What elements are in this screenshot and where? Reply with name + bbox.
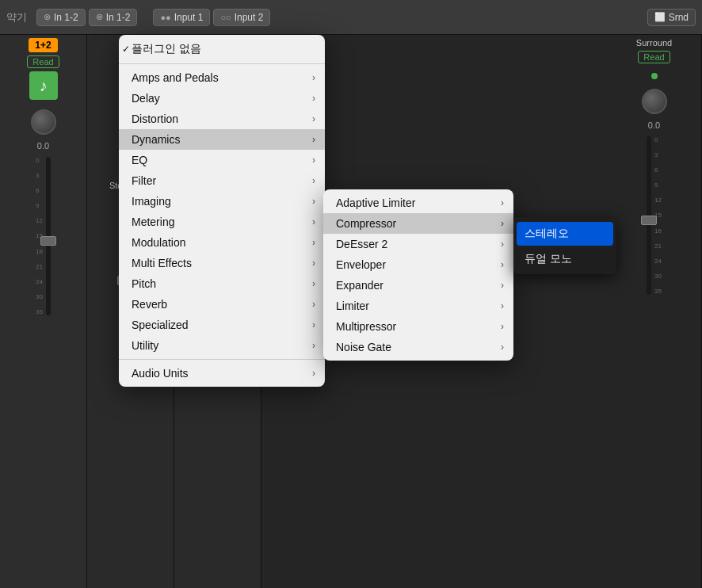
stereo-label: 스테레오 bbox=[525, 227, 569, 239]
surround-knob[interactable] bbox=[642, 89, 667, 114]
fader-area: 036912 151821243035 bbox=[36, 157, 51, 315]
menu-item-delay[interactable]: Delay › bbox=[119, 88, 325, 109]
surround-mode[interactable]: Read bbox=[638, 51, 670, 63]
channel-main: 1+2 Read ♪ 0.0 036912 151821243035 bbox=[0, 35, 87, 588]
expander-arrow: › bbox=[501, 280, 504, 291]
channel-value: 0.0 bbox=[37, 141, 49, 151]
menu-item-distortion[interactable]: Distortion › bbox=[119, 109, 325, 129]
menu-item-filter[interactable]: Filter › bbox=[119, 170, 325, 191]
audio-units-label: Audio Units bbox=[132, 367, 189, 380]
input1-label: Input 1 bbox=[174, 12, 204, 23]
adaptive-limiter-arrow: › bbox=[501, 197, 504, 208]
limiter-arrow: › bbox=[501, 300, 504, 311]
pan-knob[interactable] bbox=[31, 109, 56, 135]
multi-effects-arrow: › bbox=[312, 258, 315, 269]
noise-gate-label: Noise Gate bbox=[336, 341, 391, 353]
menu-item-eq[interactable]: EQ › bbox=[119, 150, 325, 170]
menu-item-specialized[interactable]: Specialized › bbox=[119, 315, 325, 335]
surround-fader-thumb[interactable] bbox=[641, 216, 657, 225]
metering-label: Metering bbox=[132, 216, 174, 228]
menu-item-metering[interactable]: Metering › bbox=[119, 212, 325, 232]
menu-item-modulation[interactable]: Modulation › bbox=[119, 232, 325, 253]
surround-value: 0.0 bbox=[648, 120, 660, 130]
multi-effects-label: Multi Effects bbox=[132, 257, 192, 269]
limiter-label: Limiter bbox=[336, 300, 369, 312]
menu-item-adaptive-limiter[interactable]: Adaptive Limiter › bbox=[323, 193, 513, 213]
menu-item-compressor[interactable]: Compressor › bbox=[323, 213, 513, 234]
reverb-label: Reverb bbox=[132, 298, 167, 311]
utility-arrow: › bbox=[312, 340, 315, 351]
menu-item-no-plugin[interactable]: 플러그인 없음 bbox=[119, 38, 325, 60]
deesser2-label: DeEsser 2 bbox=[336, 238, 387, 250]
menu-item-reverb[interactable]: Reverb › bbox=[119, 294, 325, 315]
channel-mode[interactable]: Read bbox=[27, 55, 59, 68]
multipressor-label: Multipressor bbox=[336, 320, 396, 333]
expander-label: Expander bbox=[336, 279, 383, 292]
menu-divider-2 bbox=[119, 359, 325, 360]
ch2-label: In 1-2 bbox=[106, 12, 131, 23]
reverb-arrow: › bbox=[312, 299, 315, 310]
dynamics-label: Dynamics bbox=[132, 133, 180, 146]
input1-btn[interactable]: ●● Input 1 bbox=[153, 9, 210, 26]
menu-item-pitch[interactable]: Pitch › bbox=[119, 273, 325, 294]
input2-icon: ○○ bbox=[220, 13, 231, 22]
dynamics-arrow: › bbox=[312, 134, 315, 145]
surround-fader-track[interactable] bbox=[647, 136, 651, 295]
track-label: 약기 bbox=[6, 10, 27, 25]
specialized-arrow: › bbox=[312, 319, 315, 330]
modulation-label: Modulation bbox=[132, 236, 186, 249]
menu-item-expander[interactable]: Expander › bbox=[323, 275, 513, 296]
deesser2-arrow: › bbox=[501, 239, 504, 250]
compressor-submenu: 스테레오 듀얼 모노 bbox=[513, 217, 616, 274]
menu-item-multipressor[interactable]: Multipressor › bbox=[323, 316, 513, 337]
input2-btn[interactable]: ○○ Input 2 bbox=[213, 9, 270, 26]
multipressor-arrow: › bbox=[501, 321, 504, 332]
eq-label: EQ bbox=[132, 154, 147, 166]
srnd-btn[interactable]: ⬜ Srnd bbox=[647, 9, 696, 26]
eq-arrow: › bbox=[312, 155, 315, 166]
utility-label: Utility bbox=[132, 339, 158, 352]
ch1-link-btn[interactable]: ⊗ In 1-2 bbox=[36, 9, 86, 26]
menu-item-amps-pedals[interactable]: Amps and Pedals › bbox=[119, 67, 325, 88]
specialized-label: Specialized bbox=[132, 319, 189, 331]
link-icon-2: ⊗ bbox=[96, 12, 103, 22]
menu-item-noise-gate[interactable]: Noise Gate › bbox=[323, 337, 513, 357]
surround-label: Surround bbox=[636, 38, 672, 48]
filter-arrow: › bbox=[312, 175, 315, 186]
plugin-menu: 플러그인 없음 Amps and Pedals › Delay › Distor… bbox=[119, 35, 325, 387]
link-icon-1: ⊗ bbox=[44, 12, 51, 22]
fader-track[interactable] bbox=[46, 157, 51, 315]
dynamics-submenu: Adaptive Limiter › Compressor › DeEsser … bbox=[323, 189, 513, 361]
menu-item-audio-units[interactable]: Audio Units › bbox=[119, 363, 325, 384]
menu-item-multi-effects[interactable]: Multi Effects › bbox=[119, 253, 325, 273]
menu-item-deesser2[interactable]: DeEsser 2 › bbox=[323, 234, 513, 254]
menu-item-limiter[interactable]: Limiter › bbox=[323, 296, 513, 316]
enveloper-label: Enveloper bbox=[336, 258, 386, 271]
imaging-label: Imaging bbox=[132, 195, 171, 208]
surround-fader-area: 036912 151821243035 bbox=[647, 136, 662, 295]
fader-thumb[interactable] bbox=[40, 236, 56, 246]
menu-item-dual-mono[interactable]: 듀얼 모노 bbox=[513, 247, 616, 271]
adaptive-limiter-label: Adaptive Limiter bbox=[336, 197, 415, 209]
menu-divider-1 bbox=[119, 63, 325, 64]
input2-label: Input 2 bbox=[235, 12, 264, 23]
music-icon: ♪ bbox=[29, 71, 58, 100]
menu-item-enveloper[interactable]: Enveloper › bbox=[323, 254, 513, 275]
audio-units-arrow: › bbox=[312, 368, 315, 379]
ch2-link-btn[interactable]: ⊗ In 1-2 bbox=[89, 9, 138, 26]
menu-item-imaging[interactable]: Imaging › bbox=[119, 191, 325, 212]
primary-menu: 플러그인 없음 Amps and Pedals › Delay › Distor… bbox=[119, 35, 325, 387]
compressor-label: Compressor bbox=[336, 217, 396, 230]
dual-mono-label: 듀얼 모노 bbox=[525, 252, 572, 265]
input1-icon: ●● bbox=[160, 13, 170, 22]
noise-gate-arrow: › bbox=[501, 342, 504, 353]
menu-item-stereo[interactable]: 스테레오 bbox=[517, 222, 613, 246]
distortion-label: Distortion bbox=[132, 113, 178, 125]
amps-pedals-label: Amps and Pedals bbox=[132, 71, 219, 84]
filter-label: Filter bbox=[132, 174, 156, 187]
pitch-arrow: › bbox=[312, 278, 315, 289]
imaging-arrow: › bbox=[312, 196, 315, 207]
modulation-arrow: › bbox=[312, 237, 315, 248]
menu-item-dynamics[interactable]: Dynamics › bbox=[119, 129, 325, 150]
menu-item-utility[interactable]: Utility › bbox=[119, 335, 325, 356]
